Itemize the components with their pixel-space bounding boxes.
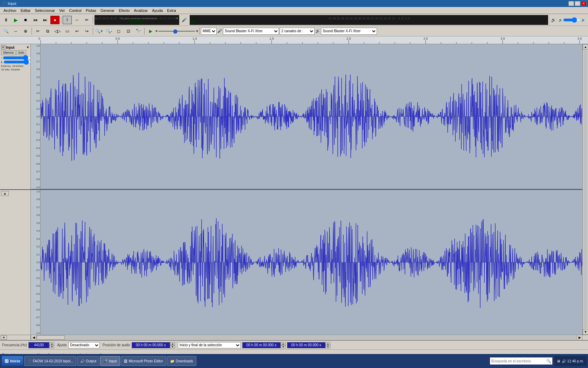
- faow-icon: 🎵: [27, 359, 31, 363]
- vertical-scrollbar: ▲ ▼: [582, 44, 588, 335]
- zoom-out-button[interactable]: 🔍-: [104, 27, 113, 35]
- multi-tool-button[interactable]: ⊕: [21, 27, 30, 35]
- zoom-in-button-2[interactable]: 🔍+: [94, 27, 104, 35]
- skip-back-button[interactable]: ⏮: [31, 16, 40, 24]
- title-bar: 🎵 Input _ □ ✕: [0, 0, 588, 7]
- toolbar-separator-6: [199, 28, 200, 35]
- menu-pistas[interactable]: Pistas: [84, 8, 98, 13]
- menu-editar[interactable]: Editar: [19, 8, 33, 13]
- solo-button[interactable]: Solo: [16, 50, 26, 55]
- skip-fwd-button[interactable]: ⏭: [41, 16, 50, 24]
- menu-seleccionar[interactable]: Seleccionar: [33, 8, 57, 13]
- zoom-toggle-button[interactable]: 🔭: [134, 27, 143, 35]
- undo-button[interactable]: ↩: [72, 27, 82, 35]
- freq-down-button[interactable]: ▼: [49, 345, 54, 348]
- play-button[interactable]: ▶: [11, 16, 20, 24]
- pos-value[interactable]: 00 h 00 m 00.000 s: [132, 342, 170, 348]
- tool-draw[interactable]: ✏: [82, 16, 91, 24]
- toolbar-separator-4: [93, 28, 93, 35]
- waveform-channel-1[interactable]: [41, 44, 582, 189]
- redo-button[interactable]: ↪: [82, 27, 91, 35]
- play-at-button[interactable]: ▶: [146, 27, 155, 35]
- menu-archivo[interactable]: Archivo: [1, 8, 19, 13]
- sel-end-up[interactable]: ▲: [326, 342, 330, 345]
- window-controls: _ □ ✕: [568, 1, 587, 6]
- silence-button[interactable]: Silencio: [1, 50, 16, 55]
- pos-up-button[interactable]: ▲: [170, 342, 175, 345]
- menu-ver[interactable]: Ver: [57, 8, 67, 13]
- tray-volume-icon: 🔊: [562, 359, 566, 363]
- menu-ayuda[interactable]: Ayuda: [150, 8, 165, 13]
- expand-track-button[interactable]: ▼: [1, 335, 7, 340]
- track-info: Estéreo, 44100Hz32 bits, flotante: [1, 64, 29, 72]
- scroll-right-button[interactable]: ▶: [577, 335, 582, 340]
- desktop-search-input[interactable]: [490, 357, 553, 365]
- silence-audio-button[interactable]: ▭: [63, 27, 72, 35]
- volume-slider[interactable]: [563, 18, 581, 22]
- mic-icon[interactable]: 🎤: [180, 16, 189, 24]
- input-device-select[interactable]: Sound Blaster X-Fi Xtrer: [223, 28, 279, 35]
- position-group: Posición de audio 00 h 00 m 00.000 s ▲ ▼: [103, 342, 175, 348]
- sel-end-value[interactable]: 00 h 00 m 00.000 s: [287, 342, 326, 348]
- sel-start-value[interactable]: 00 h 00 m 00.000 s: [242, 342, 281, 348]
- pan-slider[interactable]: [4, 60, 30, 64]
- photo-label: Microsoft Photo Editor: [129, 359, 163, 363]
- output-device-select[interactable]: Sound Blaster X-Fi Xtrer: [321, 28, 377, 35]
- tool-select[interactable]: I: [63, 16, 72, 24]
- scroll-up-button[interactable]: ▲: [583, 44, 588, 50]
- fit-view-button[interactable]: ◻: [114, 27, 123, 35]
- toolbar-separator-5: [144, 28, 145, 35]
- close-button[interactable]: ✕: [581, 1, 587, 6]
- trim-button[interactable]: ◁▷: [53, 27, 62, 35]
- maximize-button[interactable]: □: [575, 1, 580, 6]
- pos-down-button[interactable]: ▼: [170, 345, 175, 348]
- menu-generar[interactable]: Generar: [98, 8, 117, 13]
- menu-bar: Archivo Editar Seleccionar Ver Control P…: [0, 7, 588, 14]
- sel-start-down[interactable]: ▼: [281, 345, 286, 348]
- stop-button[interactable]: ■: [21, 16, 30, 24]
- record-button[interactable]: ●: [50, 16, 59, 24]
- host-select[interactable]: MME: [201, 28, 217, 35]
- horizontal-scrollbar: ▼ ◀ ▶: [0, 335, 588, 340]
- track-dropdown-button[interactable]: ▼: [26, 46, 29, 49]
- menu-control[interactable]: Control: [67, 8, 83, 13]
- minimize-button[interactable]: _: [568, 1, 574, 6]
- taskbar-app-faow[interactable]: 🎵 FAOW 14-02-2019 bipol...: [24, 356, 77, 366]
- window-title: Input: [8, 1, 568, 6]
- menu-efecto[interactable]: Efecto: [117, 8, 132, 13]
- channels-select[interactable]: 2 canales de :: [280, 28, 315, 35]
- menu-extra[interactable]: Extra: [165, 8, 178, 13]
- waveform-channel-2[interactable]: [41, 190, 582, 335]
- start-button[interactable]: ⊞ Inicio: [1, 356, 23, 366]
- freq-value[interactable]: 44100: [28, 342, 49, 348]
- copy-button[interactable]: ⧉: [43, 27, 52, 35]
- taskbar-app-output[interactable]: 🔊 Output: [77, 356, 99, 366]
- downloads-label: Downloads: [176, 359, 193, 363]
- pause-button[interactable]: ⏸: [1, 16, 10, 24]
- scroll-left-button[interactable]: ◀: [31, 335, 36, 340]
- window-icon: 🎵: [1, 1, 6, 6]
- zoom-sel-button[interactable]: ⊡: [124, 27, 133, 35]
- cut-button[interactable]: ✂: [33, 27, 42, 35]
- taskbar-app-input[interactable]: 🎤 Input: [100, 356, 120, 366]
- track-close-button[interactable]: ✕: [1, 45, 5, 49]
- input-icon: 🎤: [103, 359, 107, 363]
- scroll-thumb[interactable]: [37, 335, 65, 340]
- output-icon: 🔊: [80, 359, 84, 363]
- zoom-in-button[interactable]: 🔍: [1, 27, 10, 35]
- sel-start-up[interactable]: ▲: [281, 342, 286, 345]
- taskbar-app-downloads[interactable]: 📁 Downloads: [167, 356, 196, 366]
- time-shift-button[interactable]: ↔: [11, 27, 20, 35]
- sel-end-down[interactable]: ▼: [326, 345, 330, 348]
- menu-analizar[interactable]: Analizar: [132, 8, 150, 13]
- adjust-select[interactable]: Desactivado: [68, 342, 100, 348]
- tool-envelope[interactable]: ↔: [72, 16, 82, 24]
- snap-select[interactable]: Inicio y final de la selección Inicio de…: [178, 342, 241, 348]
- search-icon: 🔍: [546, 359, 551, 363]
- track-expand-button[interactable]: ▲: [1, 191, 9, 196]
- speaker-device-icon: 🔊: [315, 29, 320, 33]
- taskbar-app-photo[interactable]: 🖼 Microsoft Photo Editor: [121, 356, 166, 366]
- scroll-down-button[interactable]: ▼: [583, 329, 588, 335]
- freq-up-button[interactable]: ▲: [49, 342, 54, 345]
- speaker-icon[interactable]: 🔊: [549, 16, 558, 24]
